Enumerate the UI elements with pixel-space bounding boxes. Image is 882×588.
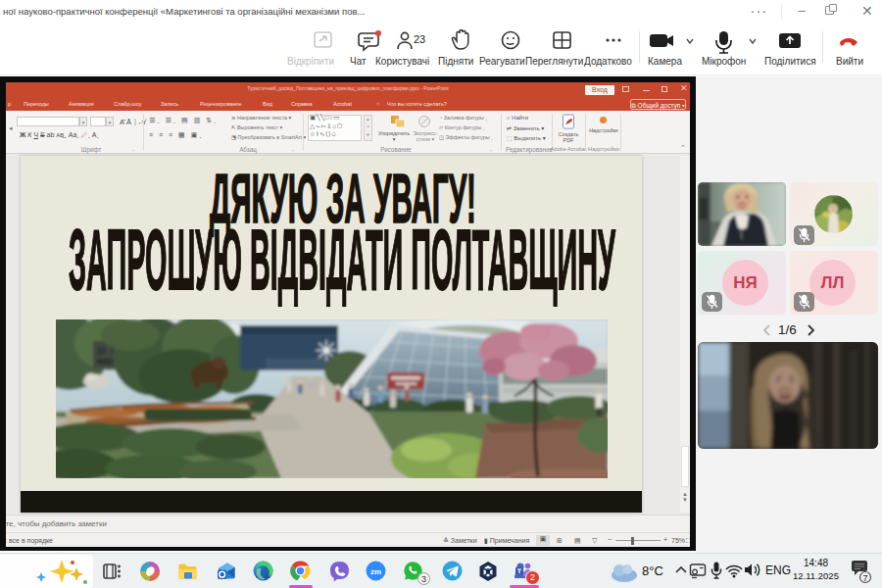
- svg-text:ЗАПРОШУЮ ВІДВІДАТИ ПОЛТАВЩИНУ: ЗАПРОШУЮ ВІДВІДАТИ ПОЛТАВЩИНУ: [69, 212, 616, 308]
- svg-text:zm: zm: [370, 567, 381, 576]
- svg-text:7: 7: [862, 573, 867, 583]
- svg-text:23: 23: [414, 33, 425, 45]
